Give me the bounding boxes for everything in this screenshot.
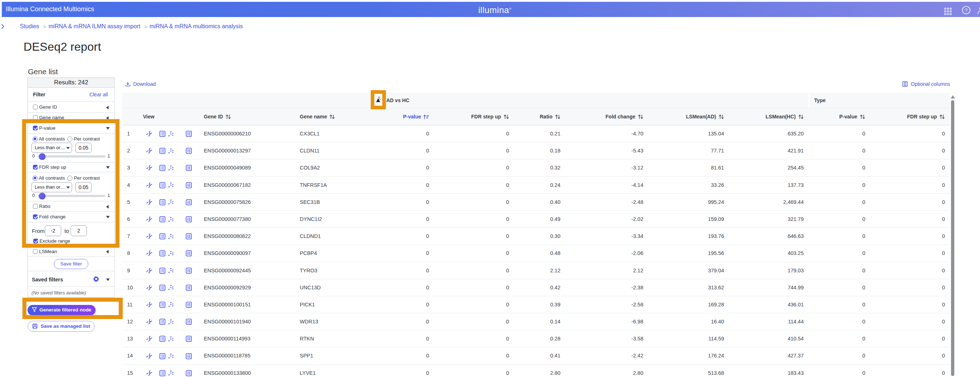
svg-text:?: ? (965, 8, 967, 13)
